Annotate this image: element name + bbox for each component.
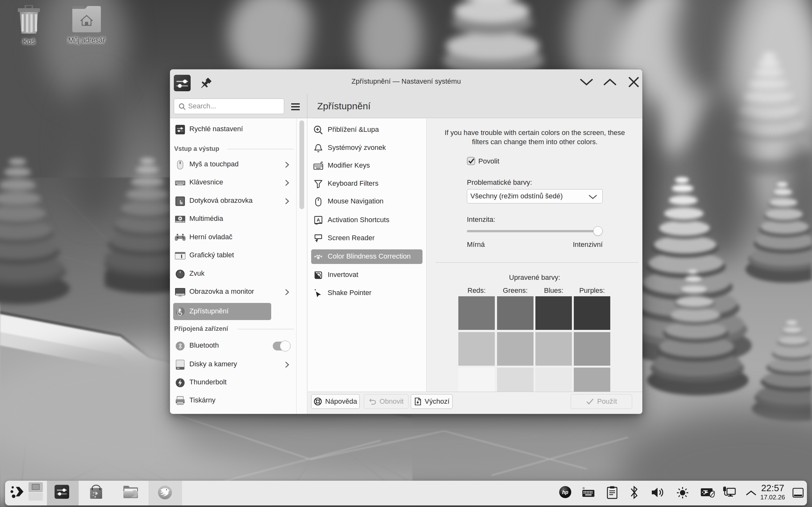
svg-text:hp: hp	[562, 490, 568, 495]
svg-text:A: A	[316, 217, 320, 222]
